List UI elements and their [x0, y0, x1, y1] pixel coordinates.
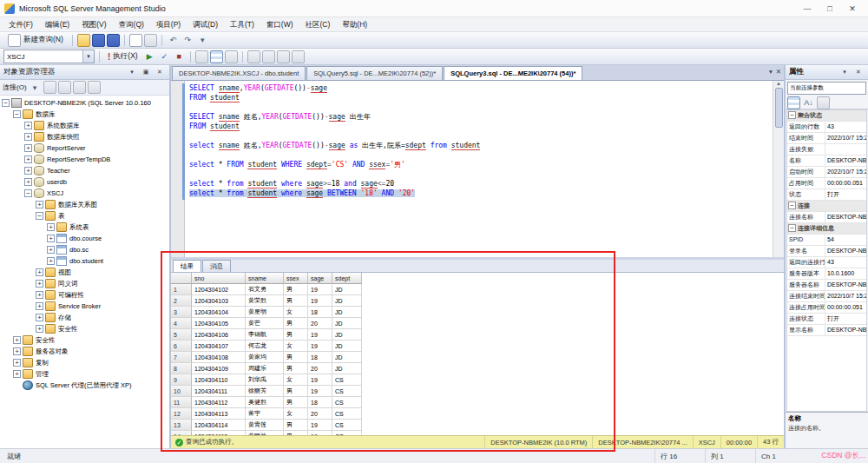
uncomment-icon[interactable]: [262, 50, 275, 63]
disconnect-server-icon[interactable]: [43, 81, 56, 94]
connect-arrow-icon[interactable]: ▾: [29, 81, 42, 94]
grid-cell[interactable]: 女: [284, 374, 308, 386]
chevron-down-icon[interactable]: ▼: [82, 50, 94, 63]
tree-item-24[interactable]: +管理: [0, 368, 169, 380]
comment-icon[interactable]: [247, 50, 260, 63]
property-row-18[interactable]: 连接状态打开: [787, 314, 866, 325]
menu-item-8[interactable]: 社区(C): [299, 17, 337, 32]
new-query-button[interactable]: 新建查询(N): [3, 33, 68, 48]
grid-cell[interactable]: 男: [284, 295, 308, 307]
row-number-cell[interactable]: 8: [171, 363, 192, 374]
scrollbar-thumb[interactable]: [775, 88, 783, 128]
categorized-icon[interactable]: [787, 96, 800, 109]
grid-column-sname[interactable]: sname: [246, 273, 284, 284]
tree-item-4[interactable]: +ReportServer: [0, 142, 169, 154]
grid-cell[interactable]: 黄家均: [246, 352, 284, 363]
tree-item-8[interactable]: −XSCJ: [0, 188, 169, 199]
database-combobox[interactable]: XSCJ ▼: [3, 50, 95, 63]
grid-cell[interactable]: 19: [308, 329, 332, 341]
grid-cell[interactable]: 黄荣胜: [246, 295, 284, 307]
grid-cell[interactable]: JD: [332, 295, 362, 307]
grid-cell[interactable]: JD: [332, 307, 362, 318]
editor-vertical-scrollbar[interactable]: ▲: [773, 81, 784, 257]
tree-item-0[interactable]: −DESKTOP-NBME2IK (SQL Server 10.0.160: [0, 97, 169, 109]
grid-cell[interactable]: 女: [284, 341, 308, 352]
sql-editor[interactable]: SELECT sname,YEAR(GETDATE())-sageFROM st…: [171, 80, 784, 257]
close-icon[interactable]: ✕: [154, 67, 166, 78]
indent-icon[interactable]: [277, 50, 290, 63]
save-icon[interactable]: [92, 34, 105, 47]
grid-cell[interactable]: 周建乐: [246, 363, 284, 374]
sql-code[interactable]: SELECT sname,YEAR(GETDATE())-sageFROM st…: [185, 81, 773, 257]
expand-icon[interactable]: +: [36, 280, 43, 288]
expand-icon[interactable]: +: [36, 325, 43, 333]
grid-cell[interactable]: 1204304107: [192, 341, 246, 352]
grid-cell[interactable]: 19: [308, 341, 332, 352]
expand-icon[interactable]: +: [24, 155, 32, 163]
expand-icon[interactable]: +: [24, 178, 32, 186]
grid-cell[interactable]: CS: [332, 420, 362, 431]
grid-cell[interactable]: 19: [308, 374, 332, 386]
tree-item-22[interactable]: +服务器对象: [0, 346, 169, 357]
tree-item-11[interactable]: +系统表: [0, 222, 169, 233]
property-row-3[interactable]: 连接失败: [787, 144, 866, 155]
grid-cell[interactable]: 男: [284, 420, 308, 431]
grid-cell[interactable]: 男: [284, 284, 308, 295]
property-row-7[interactable]: 状态打开: [787, 189, 866, 201]
grid-cell[interactable]: 徐丽芳: [246, 386, 284, 397]
expand-icon[interactable]: +: [24, 167, 32, 175]
grid-cell[interactable]: 黄星明: [246, 307, 284, 318]
expand-icon[interactable]: +: [36, 302, 43, 310]
grid-cell[interactable]: 20: [308, 363, 332, 374]
expand-icon[interactable]: +: [36, 201, 43, 208]
grid-cell[interactable]: 男: [284, 397, 308, 408]
grid-cell[interactable]: 黄青莲: [246, 420, 284, 431]
property-row-4[interactable]: 名称DESKTOP-NBME2IK: [787, 155, 866, 167]
collapse-icon[interactable]: −: [788, 224, 796, 232]
results-to-grid-icon[interactable]: [210, 50, 223, 63]
tree-item-17[interactable]: +可编程性: [0, 289, 169, 301]
grid-cell[interactable]: 男: [284, 318, 308, 329]
results-tab-1[interactable]: 消息: [202, 260, 231, 272]
grid-cell[interactable]: 吴健胜: [246, 397, 284, 408]
tree-item-14[interactable]: +dbo.student: [0, 255, 169, 267]
row-number-cell[interactable]: 6: [171, 341, 192, 352]
grid-cell[interactable]: 1204304108: [192, 352, 246, 363]
filter-icon[interactable]: [88, 81, 101, 94]
redo-icon[interactable]: ↷: [181, 34, 194, 47]
expand-icon[interactable]: +: [47, 257, 55, 265]
grid-cell[interactable]: 1204304102: [192, 284, 246, 295]
grid-column-sage[interactable]: sage: [308, 273, 332, 284]
menu-item-2[interactable]: 视图(V): [76, 17, 112, 32]
grid-cell[interactable]: 刘华禹: [246, 374, 284, 386]
document-tab-2[interactable]: SQLQuery3.sql - DE...ME2IK\20774 (54))*: [444, 66, 582, 80]
expand-icon[interactable]: +: [36, 291, 43, 299]
property-row-12[interactable]: 登录名DESKTOP-NBME2IK: [787, 246, 866, 257]
save-all-icon[interactable]: [107, 34, 120, 47]
menu-item-7[interactable]: 窗口(W): [260, 17, 299, 32]
chevron-down-icon[interactable]: ▾: [126, 67, 138, 78]
tree-item-5[interactable]: +ReportServerTempDB: [0, 154, 169, 165]
expand-icon[interactable]: +: [13, 370, 21, 378]
minimize-button[interactable]: —: [796, 1, 819, 17]
activity-monitor-icon[interactable]: [144, 34, 157, 47]
stop-icon[interactable]: [58, 81, 71, 94]
property-row-2[interactable]: 结束时间2022/10/7 15:22:53: [787, 133, 866, 144]
property-category-0[interactable]: −聚合状态: [787, 110, 866, 122]
property-category-8[interactable]: −连接: [787, 201, 866, 212]
expand-icon[interactable]: +: [13, 359, 21, 367]
menu-item-0[interactable]: 文件(F): [3, 17, 39, 32]
tree-item-15[interactable]: +视图: [0, 267, 169, 278]
results-to-file-icon[interactable]: [225, 50, 238, 63]
grid-cell[interactable]: 18: [308, 307, 332, 318]
chevron-down-icon[interactable]: ▾: [769, 68, 773, 76]
grid-cell[interactable]: 1204304110: [192, 374, 246, 386]
refresh-icon[interactable]: [73, 81, 86, 94]
grid-column-sno[interactable]: sno: [192, 273, 246, 284]
execute-button[interactable]: ! 执行(X): [104, 51, 141, 62]
property-row-6[interactable]: 占用时间00:00:00.051: [787, 178, 866, 189]
tree-item-3[interactable]: +数据库快照: [0, 131, 169, 142]
tree-item-25[interactable]: SQL Server 代理(已禁用代理 XP): [0, 380, 169, 391]
close-icon[interactable]: ✕: [776, 68, 781, 76]
maximize-button[interactable]: □: [819, 1, 841, 17]
